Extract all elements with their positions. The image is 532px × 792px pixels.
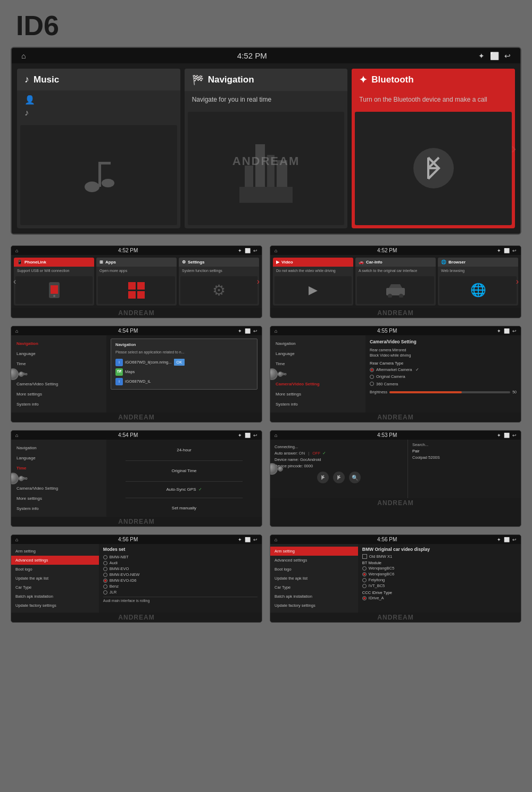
s8-old-bmw-x1[interactable]: Old BMW X1 (362, 554, 517, 559)
s4-original[interactable]: Original Camera (370, 373, 517, 380)
s8-wenqiangbc6[interactable]: WenqiangBC6 (362, 571, 517, 577)
s7-bmw-evo-id6-radio[interactable] (103, 579, 107, 583)
s8-idrive-a[interactable]: IDrive_A (362, 595, 517, 601)
s3-menu-system[interactable]: System info (11, 399, 106, 409)
s8-advanced-settings[interactable]: Advanced settings (270, 556, 358, 565)
s3-menu-camera[interactable]: Camera/Video Setting (11, 379, 106, 389)
s1-left-arrow[interactable]: ‹ (13, 277, 16, 286)
s4-menu-more[interactable]: More settings (270, 389, 365, 399)
s7-audi-radio[interactable] (103, 561, 107, 565)
s5-setmanually[interactable]: Set manually (172, 503, 196, 514)
s4-menu-audio[interactable]: Audio (270, 369, 365, 379)
s4-rear-mirrored: Rear camera Mirrored (370, 348, 517, 353)
s7-batch-apk[interactable]: Batch apk installation (11, 592, 99, 601)
main-screen: ⌂ 4:52 PM ✦ ⬜ ↩ ♪ Music 👤 ♪ (11, 47, 521, 235)
s4-aftermarket-radio[interactable] (370, 368, 374, 372)
s1-settings-header: ⚙ Settings (179, 258, 259, 267)
s8-boot-logo[interactable]: Boot logo (270, 565, 358, 574)
s8-car-type[interactable]: Car Type (270, 583, 358, 592)
s2-right-arrow[interactable]: › (516, 277, 519, 286)
s8-wenqiangbc5[interactable]: WenqiangBC5 (362, 565, 517, 571)
s7-benz-radio[interactable] (103, 584, 107, 589)
s3-dialog-item3[interactable]: i iGO687WD_iL (115, 377, 253, 386)
s6-bt-btn2[interactable] (333, 472, 345, 483)
s7-arm-setting[interactable]: Arm setting (11, 547, 99, 556)
s4-menu-time[interactable]: Time (270, 359, 365, 369)
s4-aftermarket[interactable]: Aftermarket Camera ✓ (370, 366, 517, 373)
s2-video-card[interactable]: ▶ Video Do not watch the video while dri… (273, 258, 353, 306)
s5-menu-system[interactable]: System info (11, 504, 106, 514)
s3-menu-more[interactable]: More settings (11, 389, 106, 399)
s5-autosync[interactable]: Auto-Sync GPS ✓ (166, 486, 202, 493)
s2-carinfo-card[interactable]: 🚗 Car-Info A switch to the original car … (355, 258, 436, 306)
s8-update-factory[interactable]: Update factory settings (270, 601, 358, 610)
s8-ivt-bc5[interactable]: IVT_BC5 (362, 583, 517, 589)
s7-update-factory[interactable]: Update factory settings (11, 601, 99, 610)
s3-menu-navigation[interactable]: Navigation (11, 339, 106, 349)
s5-menu-time[interactable]: Time (11, 463, 106, 473)
s3-ok-button[interactable]: OK (174, 359, 185, 366)
s7-bmw-nbt-radio[interactable] (103, 555, 107, 559)
s5-menu-camera[interactable]: Camera/Video Setting (11, 483, 106, 493)
s1-settings-card[interactable]: ⚙ Settings System function settings ⚙ (179, 258, 259, 306)
s7-jlr[interactable]: JLR (103, 589, 257, 595)
s8-old-bmw-checkbox[interactable] (362, 554, 367, 559)
s3-dialog-item2[interactable]: 🗺 Maps (115, 367, 253, 377)
s7-boot-logo[interactable]: Boot logo (11, 565, 99, 574)
s5-menu-more[interactable]: More settings (11, 493, 106, 504)
s7-bmw-nbt[interactable]: BMW-NBT (103, 554, 257, 560)
s3-menu-audio[interactable]: Audio (11, 369, 106, 379)
home-icon[interactable]: ⌂ (21, 52, 26, 60)
s4-menu-language[interactable]: Language (270, 349, 365, 359)
s7-update-apk[interactable]: Update the apk list (11, 574, 99, 583)
right-arrow[interactable]: › (511, 140, 516, 157)
s5-win-icon: ⬜ (245, 433, 251, 438)
s7-bmw-evo[interactable]: BMW-EVO (103, 566, 257, 572)
s4-original-radio[interactable] (370, 375, 374, 379)
s8-bc6-radio[interactable] (362, 572, 367, 576)
s4-menu-system[interactable]: System info (270, 399, 365, 409)
s8-bt-icon: ✦ (497, 537, 501, 542)
back-icon[interactable]: ↩ (504, 52, 511, 60)
s7-bmw-evo-new[interactable]: BMW-EVO-NEW (103, 572, 257, 578)
s6-device-listed[interactable]: Coolpad 5200S (412, 455, 517, 460)
s8-bc5-radio[interactable] (362, 566, 367, 571)
s8-fei-radio[interactable] (362, 578, 367, 582)
s7-jlr-radio[interactable] (103, 590, 107, 595)
s5-original-time[interactable]: Original Time (171, 466, 196, 476)
s7-benz[interactable]: Benz (103, 583, 257, 589)
s8-feiyitong[interactable]: Feiyitong (362, 577, 517, 583)
s8-batch-apk[interactable]: Batch apk installation (270, 592, 358, 601)
navigation-card[interactable]: 🏁 Navigation Navigate for you in real ti… (185, 69, 348, 228)
s7-bmw-evo-id6[interactable]: BMW-EVO-ID6 (103, 578, 257, 583)
s4-brightness-track[interactable] (389, 391, 510, 393)
s8-update-apk[interactable]: Update the apk list (270, 574, 358, 583)
s6-bt-btn3[interactable]: 🔍 (349, 472, 361, 483)
music-card[interactable]: ♪ Music 👤 ♪ (17, 69, 180, 228)
s1-right-arrow[interactable]: › (257, 277, 260, 286)
s1-phonelink-card[interactable]: 📱 PhoneLink Support USB or Wifi connecti… (14, 258, 94, 306)
s5-menu-navigation[interactable]: Navigation (11, 443, 106, 453)
s1-apps-card[interactable]: ⊞ Apps Open more apps (96, 258, 177, 306)
s8-ivt-radio[interactable] (362, 584, 367, 588)
s7-advanced-settings[interactable]: Advanced settings (11, 556, 99, 565)
s7-car-type[interactable]: Car Type (11, 583, 99, 592)
s7-bmw-evo-new-radio[interactable] (103, 573, 107, 577)
s3-menu-language[interactable]: Language (11, 349, 106, 359)
s3-menu-time[interactable]: Time (11, 359, 106, 369)
bluetooth-card[interactable]: ✦ Bluetooth Turn on the Bluetooth device… (352, 69, 515, 228)
s4-360-radio[interactable] (370, 382, 374, 386)
s4-menu-navigation[interactable]: Navigation (270, 339, 365, 349)
s2-browser-card[interactable]: 🌐 Browser Web browsing 🌐 (438, 258, 518, 306)
s4-menu-camera[interactable]: Camera/Video Setting (270, 379, 365, 389)
s8-arm-setting[interactable]: Arm setting (270, 547, 358, 556)
s7-audi[interactable]: Audi (103, 560, 257, 566)
s6-bt-btn1[interactable] (317, 472, 329, 483)
s8-idrive-radio[interactable] (362, 596, 367, 600)
s5-24hour[interactable]: 24-hour (177, 445, 192, 456)
s5-menu-audio[interactable]: Audio (11, 473, 106, 483)
s4-360[interactable]: 360 Camera (370, 381, 517, 387)
s7-bmw-evo-radio[interactable] (103, 567, 107, 571)
s5-menu-language[interactable]: Language (11, 453, 106, 463)
s3-dialog-item1[interactable]: i iGO687WD_il(com.nring... OK (115, 358, 253, 367)
